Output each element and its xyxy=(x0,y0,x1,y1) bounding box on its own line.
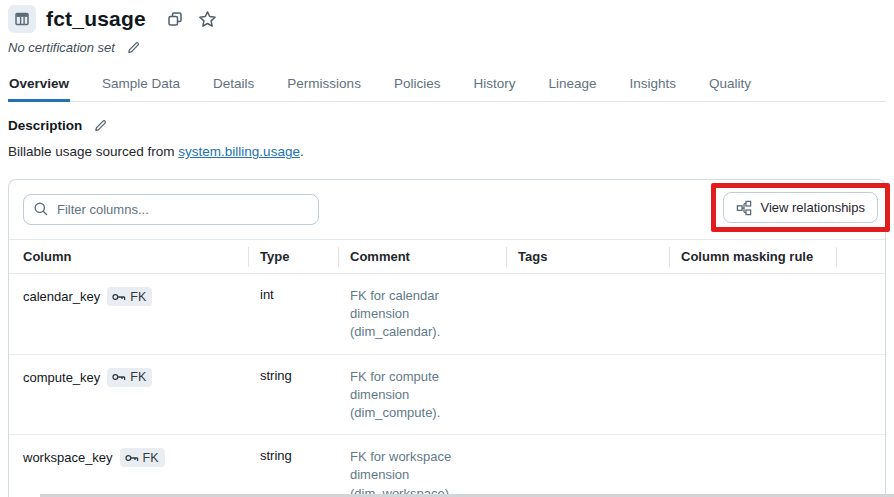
column-masking-rule xyxy=(669,435,836,497)
fk-badge[interactable]: FK xyxy=(107,368,152,387)
column-type: string xyxy=(248,354,338,435)
tab-bar: Overview Sample Data Details Permissions… xyxy=(8,70,886,102)
relationships-icon xyxy=(736,200,752,216)
star-icon xyxy=(198,10,217,29)
header-column: Column xyxy=(9,240,248,274)
columns-table-header-row: Column Type Comment Tags Column masking … xyxy=(9,240,885,274)
certification-row: No certification set xyxy=(8,38,886,57)
column-comment: FK for compute dimension (dim_compute). xyxy=(350,368,496,423)
column-name: compute_key xyxy=(23,370,100,385)
page-header: fct_usage xyxy=(8,0,886,28)
tab-history[interactable]: History xyxy=(472,70,516,102)
tab-lineage[interactable]: Lineage xyxy=(547,70,597,102)
annotation-highlight-box: View relationships xyxy=(711,183,890,232)
header-extra xyxy=(836,240,885,274)
column-comment: FK for calendar dimension (dim_calendar)… xyxy=(350,287,496,342)
view-relationships-label: View relationships xyxy=(760,200,865,215)
tab-sample-data[interactable]: Sample Data xyxy=(101,70,181,102)
description-heading: Description xyxy=(8,118,82,133)
fk-badge-label: FK xyxy=(130,290,146,304)
table-row-calendar-key: calendar_key FK int FK for calendar di xyxy=(9,274,885,355)
tab-overview[interactable]: Overview xyxy=(8,70,70,102)
filter-columns-wrap xyxy=(23,194,319,225)
columns-table: Column Type Comment Tags Column masking … xyxy=(9,239,885,497)
header-masking-rule: Column masking rule xyxy=(669,240,836,274)
table-row-workspace-key: workspace_key FK string FK for workspa xyxy=(9,435,885,497)
header-tags: Tags xyxy=(506,240,669,274)
filter-columns-input[interactable] xyxy=(23,194,319,225)
column-tags xyxy=(506,354,669,435)
pencil-icon xyxy=(126,40,141,55)
column-extra xyxy=(836,274,885,355)
favorite-button[interactable] xyxy=(196,8,219,31)
certification-status: No certification set xyxy=(8,40,115,55)
header-type: Type xyxy=(248,240,338,274)
column-tags xyxy=(506,435,669,497)
page-title: fct_usage xyxy=(46,7,146,31)
column-name: workspace_key xyxy=(23,450,113,465)
source-table-link[interactable]: system.billing.usage xyxy=(178,144,300,159)
column-extra xyxy=(836,354,885,435)
column-extra xyxy=(836,435,885,497)
key-icon xyxy=(112,292,126,302)
edit-certification-button[interactable] xyxy=(124,38,143,57)
columns-toolbar: View relationships xyxy=(9,180,885,239)
column-tags xyxy=(506,274,669,355)
fk-badge[interactable]: FK xyxy=(120,448,165,467)
pencil-icon xyxy=(93,118,108,133)
description-text-before-link: Billable usage sourced from xyxy=(8,144,178,159)
copy-icon xyxy=(166,10,184,28)
description-text-after-link: . xyxy=(300,144,304,159)
column-masking-rule xyxy=(669,274,836,355)
description-text: Billable usage sourced from system.billi… xyxy=(8,144,886,159)
fk-badge-label: FK xyxy=(130,370,146,384)
column-name: calendar_key xyxy=(23,289,100,304)
key-icon xyxy=(112,372,126,382)
header-comment: Comment xyxy=(338,240,506,274)
columns-panel: View relationships Column Type Comment T… xyxy=(8,179,886,497)
table-row-compute-key: compute_key FK string FK for compute d xyxy=(9,354,885,435)
tab-insights[interactable]: Insights xyxy=(629,70,678,102)
tab-quality[interactable]: Quality xyxy=(708,70,752,102)
key-icon xyxy=(125,453,139,463)
tab-details[interactable]: Details xyxy=(212,70,255,102)
table-icon xyxy=(14,11,30,27)
edit-description-button[interactable] xyxy=(91,116,110,135)
fk-badge[interactable]: FK xyxy=(107,287,152,306)
table-overview-page: fct_usage No certification set Overview … xyxy=(0,0,894,497)
description-section: Description xyxy=(8,116,886,135)
column-comment: FK for workspace dimension (dim_workspac… xyxy=(350,448,496,497)
tab-permissions[interactable]: Permissions xyxy=(286,70,362,102)
column-type: int xyxy=(248,274,338,355)
column-masking-rule xyxy=(669,354,836,435)
column-type: string xyxy=(248,435,338,497)
table-entity-icon xyxy=(8,5,36,33)
copy-name-button[interactable] xyxy=(164,8,186,30)
view-relationships-button[interactable]: View relationships xyxy=(723,192,878,223)
tab-policies[interactable]: Policies xyxy=(393,70,442,102)
fk-badge-label: FK xyxy=(143,451,159,465)
